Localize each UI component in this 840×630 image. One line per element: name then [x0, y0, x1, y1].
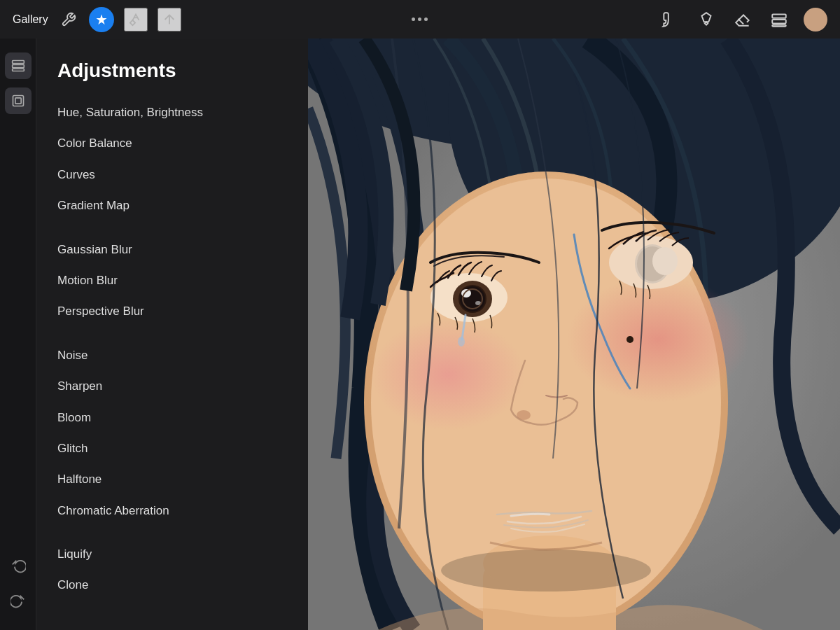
- layers-button[interactable]: [767, 8, 791, 31]
- left-panel: Adjustments Hue, Saturation, BrightnessC…: [0, 38, 308, 630]
- layers-icon: [770, 10, 788, 29]
- adjustment-item-hue--saturation--brightness[interactable]: Hue, Saturation, Brightness: [57, 97, 287, 128]
- adjustment-item-perspective-blur[interactable]: Perspective Blur: [57, 296, 287, 327]
- svg-point-29: [517, 410, 531, 420]
- svg-point-30: [626, 336, 634, 343]
- svg-rect-3: [12, 61, 24, 64]
- svg-rect-7: [15, 98, 20, 104]
- magic-icon: [95, 13, 108, 26]
- smudge-icon: [128, 12, 144, 27]
- svg-point-32: [441, 550, 651, 592]
- settings-button[interactable]: [58, 9, 79, 30]
- smudge-tool-button[interactable]: [694, 8, 718, 31]
- svg-rect-2: [772, 24, 786, 26]
- adjustment-item-chromatic-aberration[interactable]: Chromatic Aberration: [57, 496, 287, 526]
- adjustment-item-glitch[interactable]: Glitch: [57, 433, 287, 464]
- toolbar-center: [412, 18, 428, 21]
- undo-redo-group: [5, 554, 31, 630]
- finger-smudge-icon: [697, 10, 715, 29]
- layers-strip-icon: [11, 59, 25, 73]
- eraser-tool-button[interactable]: [731, 8, 755, 31]
- toolbar-left: Gallery: [13, 7, 181, 32]
- undo-icon: [10, 560, 26, 575]
- redo-icon: [10, 595, 26, 610]
- svg-rect-1: [772, 20, 786, 23]
- svg-rect-0: [772, 14, 786, 18]
- adjustment-item-gaussian-blur[interactable]: Gaussian Blur: [57, 234, 287, 265]
- brush-icon: [661, 10, 679, 29]
- adjustment-item-bloom[interactable]: Bloom: [57, 402, 287, 433]
- adjustment-item-noise[interactable]: Noise: [57, 340, 287, 371]
- menu-divider: [57, 222, 287, 234]
- svg-point-28: [652, 247, 678, 275]
- artwork: [308, 38, 840, 630]
- svg-point-31: [458, 337, 465, 346]
- gallery-button[interactable]: Gallery: [13, 13, 48, 26]
- frame-strip-button[interactable]: [5, 88, 31, 114]
- menu-divider: [57, 328, 287, 340]
- magic-button[interactable]: [89, 7, 114, 32]
- toolbar: Gallery: [0, 0, 840, 38]
- adjustment-item-clone[interactable]: Clone: [57, 570, 287, 601]
- brush-tool-button[interactable]: [658, 8, 682, 31]
- redo-button[interactable]: [5, 589, 31, 616]
- svg-rect-5: [12, 69, 24, 71]
- svg-rect-6: [13, 96, 23, 106]
- export-button[interactable]: [158, 8, 181, 31]
- frame-icon: [11, 94, 25, 108]
- avatar[interactable]: [804, 8, 827, 31]
- layers-strip-button[interactable]: [5, 52, 31, 79]
- menu-divider: [57, 526, 287, 539]
- canvas-area: [308, 38, 840, 630]
- svg-rect-4: [12, 64, 24, 67]
- more-options[interactable]: [412, 18, 428, 21]
- smudge-button[interactable]: [124, 8, 148, 31]
- panel-title: Adjustments: [57, 59, 287, 82]
- adjustment-item-liquify[interactable]: Liquify: [57, 539, 287, 570]
- adjustment-item-sharpen[interactable]: Sharpen: [57, 371, 287, 402]
- menu-list: Hue, Saturation, BrightnessColor Balance…: [57, 97, 287, 601]
- undo-button[interactable]: [5, 554, 31, 581]
- tool-strip: [0, 38, 36, 630]
- adjustment-item-color-balance[interactable]: Color Balance: [57, 128, 287, 159]
- wrench-icon: [61, 12, 76, 27]
- adjustment-item-halftone[interactable]: Halftone: [57, 464, 287, 495]
- adjustment-item-motion-blur[interactable]: Motion Blur: [57, 265, 287, 296]
- eraser-icon: [734, 10, 752, 29]
- export-icon: [162, 12, 177, 27]
- toolbar-right: [658, 8, 827, 31]
- svg-point-16: [371, 318, 525, 430]
- adjustment-item-gradient-map[interactable]: Gradient Map: [57, 190, 287, 221]
- adjustments-panel: Adjustments Hue, Saturation, BrightnessC…: [36, 38, 308, 630]
- adjustment-item-curves[interactable]: Curves: [57, 160, 287, 190]
